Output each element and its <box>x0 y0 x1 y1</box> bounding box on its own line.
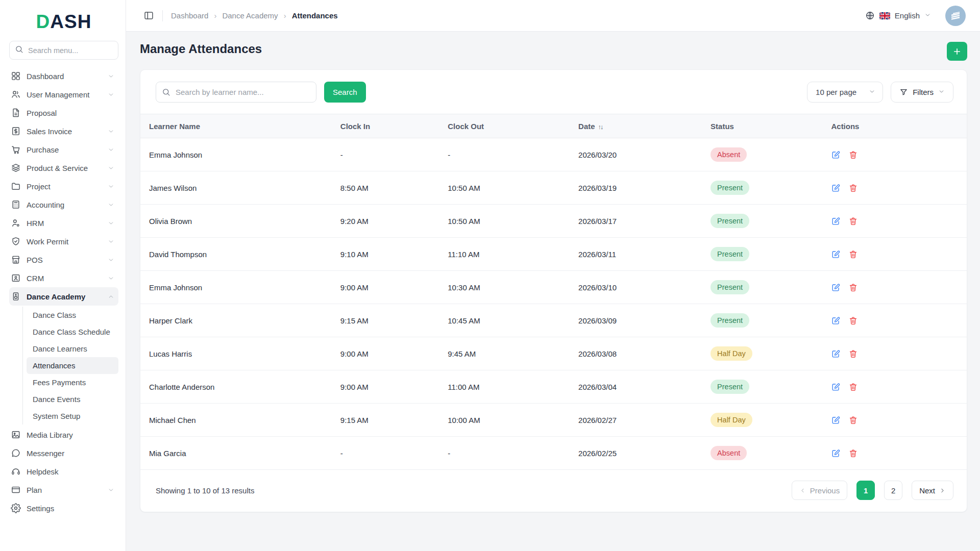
sidebar-item-purchase[interactable]: Purchase <box>9 140 118 159</box>
learner-name-cell: Charlotte Anderson <box>140 370 340 404</box>
date-cell: 2026/03/19 <box>578 171 710 205</box>
edit-button[interactable] <box>831 183 841 193</box>
edit-button[interactable] <box>831 415 841 425</box>
sidebar-item-label: Work Permit <box>27 237 68 246</box>
sidebar-item-project[interactable]: Project <box>9 177 118 195</box>
invoice-icon <box>11 126 21 136</box>
next-page-button[interactable]: Next <box>912 481 953 500</box>
edit-button[interactable] <box>831 349 841 359</box>
delete-button[interactable] <box>848 382 858 392</box>
chevron-down-icon <box>938 88 945 96</box>
sidebar-item-hrm[interactable]: HRM <box>9 214 118 232</box>
page-button-2[interactable]: 2 <box>884 481 902 500</box>
submenu-item-dance-learners[interactable]: Dance Learners <box>27 340 118 357</box>
sidebar-item-product-service[interactable]: Product & Service <box>9 159 118 177</box>
table-row: Charlotte Anderson 9:00 AM 11:00 AM 2026… <box>140 370 967 404</box>
dance-academy-submenu: Dance Class Dance Class Schedule Dance L… <box>22 307 118 424</box>
submenu-item-attendances[interactable]: Attendances <box>27 357 118 374</box>
language-selector[interactable]: English <box>865 11 931 20</box>
headset-icon <box>11 466 21 477</box>
edit-button[interactable] <box>831 216 841 226</box>
breadcrumb-dance-academy[interactable]: Dance Academy <box>222 11 278 20</box>
submenu-item-dance-class-schedule[interactable]: Dance Class Schedule <box>27 323 118 340</box>
edit-button[interactable] <box>831 316 841 325</box>
sidebar-item-proposal[interactable]: Proposal <box>9 104 118 122</box>
sidebar-item-accounting[interactable]: Accounting <box>9 195 118 214</box>
edit-button[interactable] <box>831 382 841 392</box>
column-clock-in: Clock In <box>340 114 448 138</box>
card-toolbar: Search 10 per page Filters <box>140 70 967 114</box>
filters-label: Filters <box>913 88 934 96</box>
trash-icon <box>848 316 858 325</box>
edit-button[interactable] <box>831 150 841 160</box>
learner-search-input[interactable] <box>156 82 316 103</box>
column-date[interactable]: Date↑↓ <box>578 114 710 138</box>
submenu-item-dance-events[interactable]: Dance Events <box>27 391 118 408</box>
edit-icon <box>831 415 841 425</box>
previous-page-button[interactable]: Previous <box>792 481 847 500</box>
sidebar-item-dashboard[interactable]: Dashboard <box>9 67 118 85</box>
delete-button[interactable] <box>848 448 858 458</box>
sidebar-item-plan[interactable]: Plan <box>9 481 118 499</box>
delete-button[interactable] <box>848 249 858 259</box>
submenu-item-dance-class[interactable]: Dance Class <box>27 307 118 323</box>
submenu-item-label: Attendances <box>33 361 75 370</box>
sidebar-item-label: Dashboard <box>27 72 64 81</box>
learner-name-cell: Olivia Brown <box>140 205 340 238</box>
trash-icon <box>848 216 858 226</box>
learner-name-cell: Emma Johnson <box>140 138 340 171</box>
sidebar-item-crm[interactable]: CRM <box>9 269 118 287</box>
speaker-icon <box>11 291 21 302</box>
search-button[interactable]: Search <box>324 82 366 103</box>
breadcrumb-current: Attendances <box>292 11 338 20</box>
edit-button[interactable] <box>831 448 841 458</box>
trash-icon <box>848 415 858 425</box>
sidebar-item-label: POS <box>27 256 43 264</box>
delete-button[interactable] <box>848 283 858 292</box>
date-cell: 2026/03/11 <box>578 238 710 271</box>
page-button-1[interactable]: 1 <box>856 481 875 500</box>
delete-button[interactable] <box>848 316 858 325</box>
submenu-item-system-setup[interactable]: System Setup <box>27 408 118 424</box>
sort-icon[interactable]: ↑↓ <box>598 123 603 131</box>
delete-button[interactable] <box>848 150 858 160</box>
delete-button[interactable] <box>848 415 858 425</box>
sidebar-item-pos[interactable]: POS <box>9 251 118 269</box>
sidebar-item-helpdesk[interactable]: Helpdesk <box>9 462 118 481</box>
table-row: Olivia Brown 9:20 AM 10:50 AM 2026/03/17… <box>140 205 967 238</box>
sidebar-item-media-library[interactable]: Media Library <box>9 425 118 444</box>
submenu-item-fees-payments[interactable]: Fees Payments <box>27 374 118 391</box>
filters-button[interactable]: Filters <box>891 82 953 103</box>
per-page-select[interactable]: 10 per page <box>807 82 883 103</box>
breadcrumb-dashboard[interactable]: Dashboard <box>171 11 208 20</box>
edit-icon <box>831 448 841 458</box>
sidebar-search-input[interactable] <box>28 46 113 55</box>
sidebar-item-sales-invoice[interactable]: Sales Invoice <box>9 122 118 140</box>
sidebar-item-work-permit[interactable]: Work Permit <box>9 232 118 251</box>
delete-button[interactable] <box>848 183 858 193</box>
delete-button[interactable] <box>848 216 858 226</box>
status-badge: Present <box>710 380 749 394</box>
submenu-item-label: System Setup <box>33 412 80 420</box>
sidebar-item-user-management[interactable]: User Management <box>9 85 118 104</box>
learner-name-cell: Harper Clark <box>140 304 340 337</box>
sidebar-item-dance-academy[interactable]: Dance Academy <box>9 287 118 306</box>
status-badge: Half Day <box>710 346 752 361</box>
breadcrumb: Dashboard › Dance Academy › Attendances <box>171 11 338 20</box>
sidebar-item-messenger[interactable]: Messenger <box>9 444 118 462</box>
delete-button[interactable] <box>848 349 858 359</box>
clock-in-cell: 9:00 AM <box>340 370 448 404</box>
edit-button[interactable] <box>831 283 841 292</box>
add-attendance-button[interactable] <box>947 42 967 61</box>
sidebar-item-settings[interactable]: Settings <box>9 499 118 517</box>
clock-out-cell: 10:30 AM <box>448 271 578 304</box>
sidebar-toggle-icon[interactable] <box>143 10 154 21</box>
date-cell: 2026/03/08 <box>578 337 710 370</box>
submenu-item-label: Dance Class Schedule <box>33 328 110 336</box>
status-badge: Absent <box>710 446 747 460</box>
clock-in-cell: - <box>340 138 448 171</box>
learner-name-cell: Mia Garcia <box>140 437 340 470</box>
edit-button[interactable] <box>831 249 841 259</box>
top-bar: Dashboard › Dance Academy › Attendances … <box>126 0 980 32</box>
avatar[interactable] <box>945 6 966 26</box>
